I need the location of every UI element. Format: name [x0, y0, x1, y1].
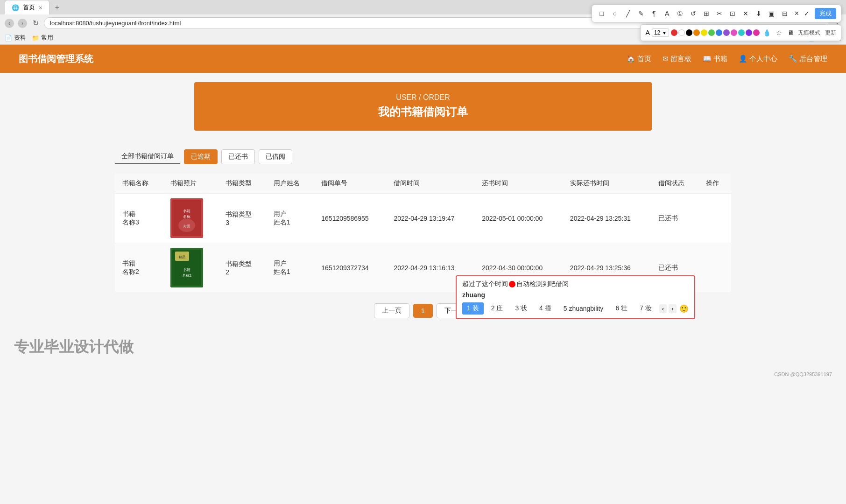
color-green[interactable]	[708, 29, 715, 36]
checkmark-icon[interactable]: ✓	[802, 8, 812, 19]
forward-button[interactable]: ›	[18, 19, 27, 28]
close-tool-icon[interactable]: ⊟	[780, 8, 790, 19]
footer-credit: CSDN @QQ3295391197	[0, 367, 846, 382]
circle-tool-icon[interactable]: ○	[610, 8, 620, 19]
mosaic-tool-icon[interactable]: ⊡	[727, 8, 738, 19]
tab-favicon: 🌐	[12, 4, 19, 11]
cell-borrow-time-1: 2022-04-29 13:19:47	[386, 194, 474, 243]
eyedrop-icon[interactable]: 💧	[761, 28, 772, 38]
cell-book-type-2: 书籍类型 2	[218, 243, 266, 293]
book-image-green: 精品 书籍 名称2	[170, 248, 203, 287]
table-header-row: 书籍名称 书籍照片 书籍类型 用户姓名 借阅单号 借阅时间 还书时间 实际还书时…	[115, 174, 731, 194]
rect-tool-icon[interactable]: □	[597, 8, 607, 19]
bookmark-resources[interactable]: 📄 资料	[5, 34, 26, 42]
site-header: 图书借阅管理系统 🏠 首页 ✉ 留言板 📖 书籍 👤 个人中心 🔧 后台管理	[0, 45, 846, 73]
col-book-name: 书籍名称	[115, 174, 163, 194]
incognito-label[interactable]: 无痕模式	[798, 29, 820, 37]
nav-home[interactable]: 🏠 首页	[627, 55, 651, 63]
annotation-close-icon[interactable]: ×	[795, 9, 799, 18]
home-icon: 🏠	[627, 55, 635, 63]
col-user-name: 用户姓名	[266, 174, 314, 194]
tab-all[interactable]: 全部书籍借阅订单	[115, 149, 180, 164]
ime-indicator	[509, 281, 515, 287]
tooltip-line1: 超过了这个时间自动检测到吧借阅	[462, 280, 689, 288]
pencil-tool-icon[interactable]: ✎	[636, 8, 646, 19]
autocomplete-item-2[interactable]: 2 庄	[486, 302, 508, 315]
tooltip-input[interactable]: zhuang	[462, 291, 689, 299]
prev-page-button[interactable]: 上一页	[374, 303, 409, 318]
undo-tool-icon[interactable]: ↺	[688, 8, 698, 19]
star-icon[interactable]: ☆	[774, 28, 784, 38]
color-purple[interactable]	[723, 29, 730, 36]
color-orange[interactable]	[693, 29, 700, 36]
color-pink[interactable]	[731, 29, 737, 36]
color-red[interactable]	[671, 29, 677, 36]
bookmark-common[interactable]: 📁 常用	[32, 34, 53, 42]
back-button[interactable]: ‹	[5, 19, 14, 28]
autocomplete-item-6[interactable]: 6 壮	[611, 302, 632, 315]
grid-tool-icon[interactable]: ⊞	[701, 8, 712, 19]
col-return-due: 还书时间	[474, 174, 563, 194]
promo-text: 专业毕业设计代做	[0, 328, 846, 367]
svg-text:精品: 精品	[179, 255, 185, 259]
autocomplete-next[interactable]: ›	[669, 304, 676, 313]
col-action: 操作	[698, 174, 731, 194]
book-image-orange: 书籍 名称 封面	[170, 198, 203, 238]
tab-borrowed[interactable]: 已借阅	[259, 149, 292, 164]
autocomplete-row: 1 装 2 庄 3 状 4 撞 5 zhuangbility 6 壮 7 妆 ‹…	[462, 302, 689, 315]
col-actual-return: 实际还书时间	[563, 174, 651, 194]
save-tool-icon[interactable]: ▣	[767, 8, 777, 19]
tab-returned[interactable]: 已还书	[221, 149, 255, 164]
color-yellow[interactable]	[701, 29, 707, 36]
cell-book-photo-2: 精品 书籍 名称2	[163, 243, 219, 293]
col-book-photo: 书籍照片	[163, 174, 219, 194]
desktop-icon[interactable]: 🖥	[786, 28, 796, 38]
color-magenta[interactable]	[753, 29, 760, 36]
font-label: A	[645, 29, 649, 36]
emoji-button[interactable]: 🙂	[679, 304, 689, 313]
nav-books[interactable]: 📖 书籍	[703, 55, 727, 63]
number-tool-icon[interactable]: ①	[675, 8, 685, 19]
autocomplete-item-4[interactable]: 4 撞	[535, 302, 556, 315]
cell-action-2	[698, 243, 731, 293]
line-tool-icon[interactable]: ╱	[623, 8, 633, 19]
color-violet[interactable]	[746, 29, 752, 36]
text-tool-icon[interactable]: ¶	[649, 8, 659, 19]
font-size-selector[interactable]: 12 ▼	[652, 28, 669, 37]
col-order-no: 借阅单号	[314, 174, 386, 194]
annotation-done-button[interactable]: 完成	[815, 8, 836, 19]
refresh-button[interactable]: ↻	[31, 19, 40, 28]
col-borrow-time: 借阅时间	[386, 174, 474, 194]
svg-text:封面: 封面	[183, 224, 190, 228]
cell-user-name-1: 用户 姓名1	[266, 194, 314, 243]
autocomplete-item-7[interactable]: 7 妆	[635, 302, 656, 315]
tab-title: 首页	[23, 3, 35, 12]
cross-tool-icon[interactable]: ✕	[740, 8, 751, 19]
download-tool-icon[interactable]: ⬇	[754, 8, 764, 19]
autocomplete-prev[interactable]: ‹	[659, 304, 667, 313]
autocomplete-item-3[interactable]: 3 状	[510, 302, 532, 315]
main-nav: 🏠 首页 ✉ 留言板 📖 书籍 👤 个人中心 🔧 后台管理	[627, 55, 827, 63]
filter-tabs: 全部书籍借阅订单 已逾期 已还书 已借阅	[115, 149, 731, 164]
tab-overdue[interactable]: 已逾期	[184, 149, 218, 164]
color-cyan[interactable]	[738, 29, 745, 36]
new-tab-button[interactable]: +	[49, 0, 65, 14]
font-tool-icon[interactable]: A	[662, 8, 672, 19]
color-blue[interactable]	[716, 29, 722, 36]
color-white[interactable]	[678, 29, 685, 36]
autocomplete-item-1[interactable]: 1 装	[462, 302, 484, 315]
cell-return-due-1: 2022-05-01 00:00:00	[474, 194, 563, 243]
profile-icon: 👤	[739, 55, 747, 63]
active-tab[interactable]: 🌐 首页 ×	[5, 0, 49, 14]
nav-profile[interactable]: 👤 个人中心	[739, 55, 777, 63]
svg-text:名称: 名称	[183, 215, 190, 219]
nav-admin[interactable]: 🔧 后台管理	[789, 55, 827, 63]
refresh-label[interactable]: 更新	[825, 29, 836, 37]
page-1-button[interactable]: 1	[413, 304, 433, 318]
tab-close-icon[interactable]: ×	[39, 4, 42, 11]
nav-message[interactable]: ✉ 留言板	[663, 55, 691, 63]
scissors-tool-icon[interactable]: ✂	[714, 8, 725, 19]
autocomplete-item-5[interactable]: 5 zhuangbility	[559, 303, 608, 314]
color-black[interactable]	[686, 29, 692, 36]
cell-book-type-1: 书籍类型 3	[218, 194, 266, 243]
